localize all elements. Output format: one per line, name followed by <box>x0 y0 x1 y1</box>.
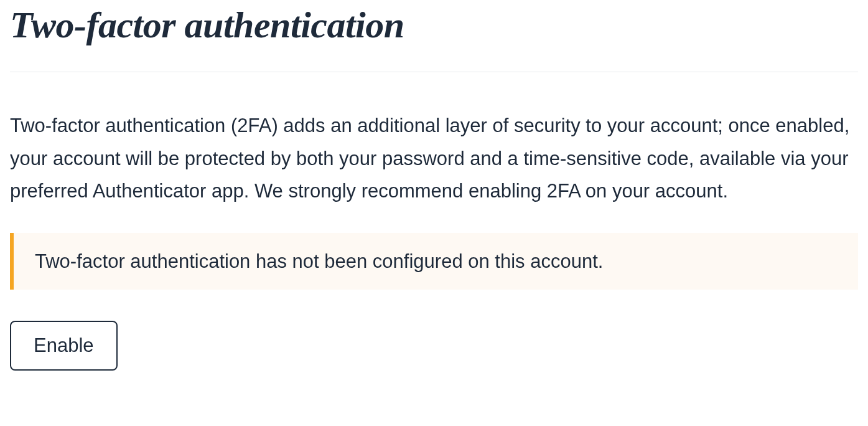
section-divider <box>10 72 858 72</box>
two-factor-description: Two-factor authentication (2FA) adds an … <box>10 110 858 208</box>
status-alert: Two-factor authentication has not been c… <box>10 233 858 290</box>
page-title: Two-factor authentication <box>10 0 858 72</box>
alert-message: Two-factor authentication has not been c… <box>35 250 603 272</box>
enable-button[interactable]: Enable <box>10 321 118 371</box>
